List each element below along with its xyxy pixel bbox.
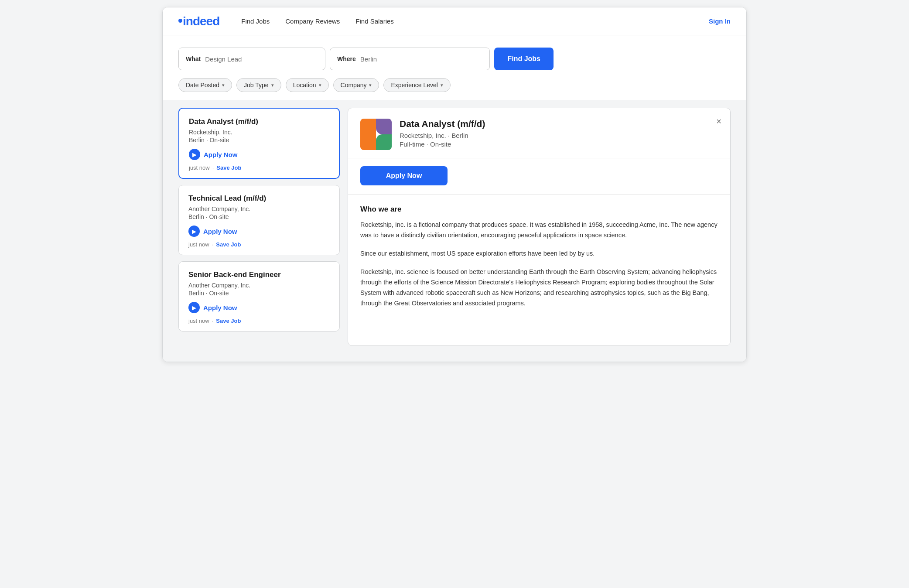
- filter-company-label: Company: [341, 82, 367, 89]
- where-input[interactable]: [360, 55, 483, 63]
- filter-location-label: Location: [293, 82, 316, 89]
- job-card-1[interactable]: Data Analyst (m/f/d) Rocketship, Inc. Be…: [178, 108, 340, 179]
- header: indeed Find Jobs Company Reviews Find Sa…: [163, 7, 746, 35]
- apply-icon-2: ▶: [188, 226, 200, 237]
- logo-dot: [178, 19, 182, 23]
- job-time-2: just now: [188, 241, 209, 248]
- apply-label-2: Apply Now: [203, 228, 237, 235]
- job-meta-1: just now · Save Job: [189, 164, 329, 171]
- dot-sep-1: ·: [212, 164, 214, 171]
- save-job-link-3[interactable]: Save Job: [216, 318, 241, 324]
- chevron-location-icon: ▾: [319, 82, 321, 88]
- apply-now-button[interactable]: Apply Now: [360, 166, 448, 185]
- search-section: What Where Find Jobs Date Posted ▾ Job T…: [163, 35, 746, 100]
- apply-button-1[interactable]: ▶ Apply Now: [189, 149, 238, 160]
- apply-icon-1: ▶: [189, 149, 200, 160]
- what-field: What: [178, 48, 325, 70]
- job-detail-type: Full-time · On-site: [400, 140, 718, 148]
- job-location-1: Berlin · On-site: [189, 137, 329, 144]
- main-content: Data Analyst (m/f/d) Rocketship, Inc. Be…: [163, 100, 746, 362]
- apply-button-3[interactable]: ▶ Apply Now: [188, 302, 237, 313]
- nav-find-salaries[interactable]: Find Salaries: [348, 17, 402, 25]
- filter-location[interactable]: Location ▾: [286, 78, 329, 92]
- who-we-are-paragraph-1: Rocketship, Inc. is a fictional company …: [360, 220, 718, 241]
- apply-label-1: Apply Now: [204, 151, 238, 158]
- job-detail-body: Who we are Rocketship, Inc. is a fiction…: [348, 195, 730, 327]
- save-job-link-2[interactable]: Save Job: [216, 241, 241, 248]
- nav-find-jobs[interactable]: Find Jobs: [233, 17, 277, 25]
- job-title-1: Data Analyst (m/f/d): [189, 117, 329, 126]
- company-logo: [360, 119, 392, 150]
- logo: indeed: [178, 14, 219, 28]
- job-card-3[interactable]: Senior Back-end Engineer Another Company…: [178, 261, 340, 332]
- job-company-1: Rocketship, Inc.: [189, 129, 329, 136]
- apply-button-2[interactable]: ▶ Apply Now: [188, 226, 237, 237]
- job-title-3: Senior Back-end Engineer: [188, 270, 330, 279]
- filter-job-type-label: Job Type: [244, 82, 269, 89]
- job-time-1: just now: [189, 164, 210, 171]
- job-title-2: Technical Lead (m/f/d): [188, 194, 330, 203]
- job-meta-2: just now · Save Job: [188, 241, 330, 248]
- logo-right: [376, 119, 392, 150]
- filter-company[interactable]: Company ▾: [333, 78, 379, 92]
- where-field: Where: [330, 48, 490, 70]
- job-company-3: Another Company, Inc.: [188, 282, 330, 289]
- sign-in-link[interactable]: Sign In: [709, 17, 731, 25]
- dot-sep-2: ·: [212, 241, 214, 248]
- dot-sep-3: ·: [212, 318, 214, 324]
- close-button[interactable]: ×: [716, 117, 721, 126]
- job-time-3: just now: [188, 318, 209, 324]
- job-location-2: Berlin · On-site: [188, 213, 330, 220]
- job-detail-panel: Data Analyst (m/f/d) Rocketship, Inc. · …: [348, 108, 731, 346]
- logo-right-top: [376, 119, 392, 134]
- logo-text: indeed: [183, 14, 219, 28]
- filter-experience-level-label: Experience Level: [391, 82, 437, 89]
- where-label: Where: [337, 55, 356, 62]
- filter-job-type[interactable]: Job Type ▾: [236, 78, 281, 92]
- save-job-link-1[interactable]: Save Job: [216, 164, 241, 171]
- chevron-experience-icon: ▾: [441, 82, 443, 88]
- who-we-are-title: Who we are: [360, 205, 718, 214]
- job-detail-info: Data Analyst (m/f/d) Rocketship, Inc. · …: [400, 119, 718, 148]
- apply-label-3: Apply Now: [203, 304, 237, 311]
- job-list: Data Analyst (m/f/d) Rocketship, Inc. Be…: [178, 108, 340, 346]
- who-we-are-paragraph-2: Since our establishment, most US space e…: [360, 249, 718, 259]
- job-detail-title: Data Analyst (m/f/d): [400, 119, 718, 129]
- chevron-company-icon: ▾: [369, 82, 372, 88]
- job-location-3: Berlin · On-site: [188, 290, 330, 297]
- what-input[interactable]: [205, 55, 318, 63]
- filters-row: Date Posted ▾ Job Type ▾ Location ▾ Comp…: [178, 78, 731, 92]
- job-company-2: Another Company, Inc.: [188, 205, 330, 212]
- nav-links: Find Jobs Company Reviews Find Salaries: [233, 17, 709, 25]
- filter-experience-level[interactable]: Experience Level ▾: [383, 78, 450, 92]
- job-detail-company-loc: Rocketship, Inc. · Berlin: [400, 132, 718, 139]
- apply-icon-3: ▶: [188, 302, 200, 313]
- filter-date-posted[interactable]: Date Posted ▾: [178, 78, 232, 92]
- chevron-job-type-icon: ▾: [271, 82, 274, 88]
- job-card-2[interactable]: Technical Lead (m/f/d) Another Company, …: [178, 185, 340, 255]
- nav-company-reviews[interactable]: Company Reviews: [277, 17, 348, 25]
- search-bar: What Where Find Jobs: [178, 48, 554, 70]
- chevron-date-posted-icon: ▾: [222, 82, 225, 88]
- filter-date-posted-label: Date Posted: [186, 82, 219, 89]
- who-we-are-paragraph-3: Rocketship, Inc. science is focused on b…: [360, 267, 718, 309]
- job-meta-3: just now · Save Job: [188, 318, 330, 324]
- what-label: What: [186, 55, 201, 62]
- job-detail-header: Data Analyst (m/f/d) Rocketship, Inc. · …: [348, 108, 730, 158]
- logo-right-bottom: [376, 134, 392, 150]
- find-jobs-button[interactable]: Find Jobs: [494, 48, 554, 70]
- logo-left: [360, 119, 376, 150]
